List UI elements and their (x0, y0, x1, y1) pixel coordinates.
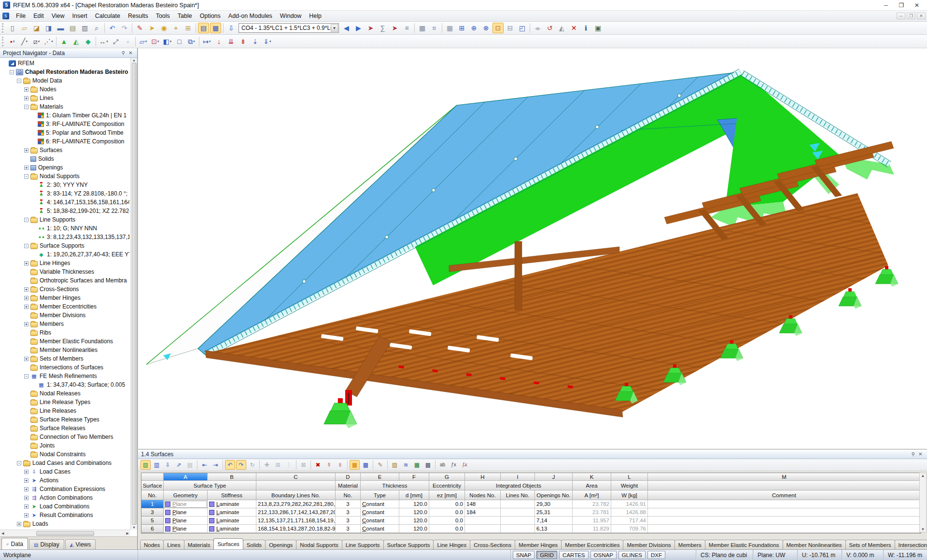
tree-item-intersections-of-surfaces[interactable]: Intersections of Surfaces (0, 363, 130, 372)
insert-solid-button[interactable]: ◧▾ (162, 36, 173, 47)
expander-icon[interactable]: - (24, 105, 28, 109)
model-viewport[interactable] (138, 48, 927, 449)
expander-icon[interactable]: + (24, 504, 28, 509)
previous-load-case-button[interactable]: ◀ (341, 23, 352, 33)
toggle-grid[interactable]: GRID (536, 551, 557, 559)
table-tab-sets-of-members[interactable]: Sets of Members (845, 540, 895, 549)
navigator-toggle-button[interactable]: ▤ (198, 23, 209, 33)
fe-mesh-display-button[interactable]: ⌗ (429, 23, 440, 33)
rotate-button[interactable]: ↺ (544, 23, 555, 33)
table-tab-line-hinges[interactable]: Line Hinges (433, 540, 470, 549)
tree-item-result-combinations[interactable]: +➤Result Combinations (0, 511, 130, 519)
axes-uvw-button[interactable]: ⊗ (480, 23, 492, 33)
tree-item-member-elastic-foundations[interactable]: Member Elastic Foundations (0, 337, 130, 346)
column-left-button[interactable]: ⇤ (199, 460, 210, 470)
cell-A-row-5[interactable]: Plane (164, 517, 208, 525)
scroll-right-icon[interactable]: ▶ (126, 532, 129, 535)
copy-row-button[interactable]: ⊞ (273, 460, 283, 470)
tree-item-sets-of-members[interactable]: +Sets of Members (0, 354, 130, 363)
tree-item-lines[interactable]: +Lines (0, 94, 130, 102)
row-header[interactable]: 5 (141, 517, 164, 525)
cell-A-row-6[interactable]: Plane (164, 525, 208, 533)
tree-item-cross-sections[interactable]: +Cross-Sections (0, 285, 130, 294)
restore-button[interactable]: ❐ (894, 1, 909, 10)
open-file-button[interactable]: ▱ (19, 23, 30, 33)
show-results-button[interactable]: ➤ (389, 23, 400, 33)
table-tab-openings[interactable]: Openings (265, 540, 296, 549)
menu-tools[interactable]: Tools (152, 12, 174, 20)
tree-item-rfem[interactable]: ◢RFEM (0, 59, 130, 68)
cell-C-row-1[interactable]: 213,8,23,279,282,262,281,280, (256, 500, 336, 508)
column-letter-C[interactable]: C (256, 473, 336, 481)
undo-button[interactable]: ↶ (107, 23, 118, 33)
expander-icon[interactable]: + (24, 166, 28, 170)
table-tab-member-hinges[interactable]: Member Hinges (515, 540, 562, 549)
scroll-up-icon[interactable]: ▲ (132, 58, 136, 62)
workplane-grid-button[interactable]: ⊟ (505, 23, 516, 33)
chevron-down-icon[interactable]: ▾ (209, 40, 211, 43)
tree-item-nodes[interactable]: +Nodes (0, 85, 130, 94)
cell-J-row-3[interactable]: 25,31 (535, 508, 573, 517)
tree-item-3-8-12-23-43-132-133-135-137-18[interactable]: ▲▲3: 8,12,23,43,132,133,135,137,18 (0, 233, 130, 241)
cell-I-row-5[interactable] (501, 517, 535, 525)
expander-icon[interactable]: + (24, 322, 28, 326)
tree-item-members[interactable]: +Members (0, 320, 130, 328)
free-load-button[interactable]: ⇣ (250, 36, 261, 47)
cell-G-row-5[interactable]: 0.0 (429, 517, 465, 525)
expander-icon[interactable]: + (24, 96, 28, 100)
tree-item-member-eccentricities[interactable]: +Member Eccentricities (0, 302, 130, 311)
insert-node-button[interactable]: ▪▾ (7, 36, 18, 47)
expander-icon[interactable]: + (24, 478, 28, 483)
cell-C-row-5[interactable]: 12,135,137,21,171,168,154,19, (256, 517, 336, 525)
tree-item-actions[interactable]: +➤Actions (0, 476, 130, 485)
chevron-down-icon[interactable]: ▾ (269, 40, 271, 43)
plane-select-button[interactable]: ◰ (517, 23, 528, 33)
cell-D-row-5[interactable]: 3 (336, 517, 361, 525)
tree-item-3-83-114-yz-28-8108-180-0[interactable]: ▲3: 83-114; YZ 28.8108,-180.0 °; (0, 189, 130, 198)
column-letter-M[interactable]: M (648, 473, 921, 481)
scrollbar-thumb[interactable] (36, 531, 94, 536)
column-letter-A[interactable]: A (164, 473, 208, 481)
menu-add-on-modules[interactable]: Add-on Modules (225, 12, 276, 20)
dimension-value-button[interactable]: ⤢ (110, 36, 121, 47)
pick-object-button[interactable]: ⌖ (170, 23, 182, 33)
menu-view[interactable]: View (48, 12, 69, 20)
scrollbar-thumb[interactable] (132, 63, 137, 525)
cell-M-row-1[interactable] (648, 500, 921, 508)
scroll-down-icon[interactable]: ▼ (132, 526, 136, 529)
tree-item-3-rf-laminate-composition[interactable]: 3: RF-LAMINATE Composition (0, 120, 130, 128)
menu-options[interactable]: Options (196, 12, 225, 20)
chevron-down-icon[interactable]: ▼ (331, 24, 338, 32)
merge-rows-button[interactable]: ⇟ (335, 460, 345, 470)
tree-item-orthotropic-surfaces-and-membra[interactable]: Orthotropic Surfaces and Membra (0, 276, 130, 285)
connect-members-button[interactable]: ↦▾ (201, 36, 212, 47)
table-redo-button[interactable]: ↷ (236, 460, 246, 470)
cell-G-row-3[interactable]: 0.0 (429, 508, 465, 517)
cell-M-row-6[interactable] (648, 525, 921, 533)
ab-columns-button[interactable]: ab (437, 460, 448, 470)
table-tab-cross-sections[interactable]: Cross-Sections (470, 540, 515, 549)
cell-C-row-3[interactable]: 212,133,286,17,142,143,287,20 (256, 508, 336, 517)
close-icon[interactable]: ✕ (127, 50, 134, 56)
mdi-close-button[interactable]: ✕ (917, 13, 926, 19)
expander-icon[interactable]: + (24, 357, 28, 361)
tree-item-model-data[interactable]: -Model Data (0, 76, 130, 85)
insert-opening-button[interactable]: ⊡▾ (150, 36, 161, 47)
navigator-tab-display[interactable]: ▤Display (29, 539, 64, 549)
dimension-button[interactable]: ↔▾ (98, 36, 109, 47)
expander-icon[interactable]: + (24, 496, 28, 500)
column-letter-L[interactable]: L (611, 473, 648, 481)
cut-rows-button[interactable]: ⇞ (324, 460, 334, 470)
row-header[interactable]: 3 (141, 508, 164, 517)
tree-item-surface-releases[interactable]: Surface Releases (0, 424, 130, 433)
expander-icon[interactable]: - (24, 174, 28, 179)
table-filter-button[interactable]: ≋ (401, 460, 411, 470)
copy-object-button[interactable]: ⧉▾ (186, 36, 197, 47)
table-tab-lines[interactable]: Lines (163, 540, 184, 549)
table-tab-member-divisions[interactable]: Member Divisions (623, 540, 674, 549)
redo-button[interactable]: ↷ (119, 23, 130, 33)
next-load-case-button[interactable]: ▶ (353, 23, 364, 33)
expander-icon[interactable]: + (24, 287, 28, 292)
scroll-down-icon[interactable]: ▼ (921, 527, 925, 532)
expander-icon[interactable]: - (17, 461, 21, 465)
